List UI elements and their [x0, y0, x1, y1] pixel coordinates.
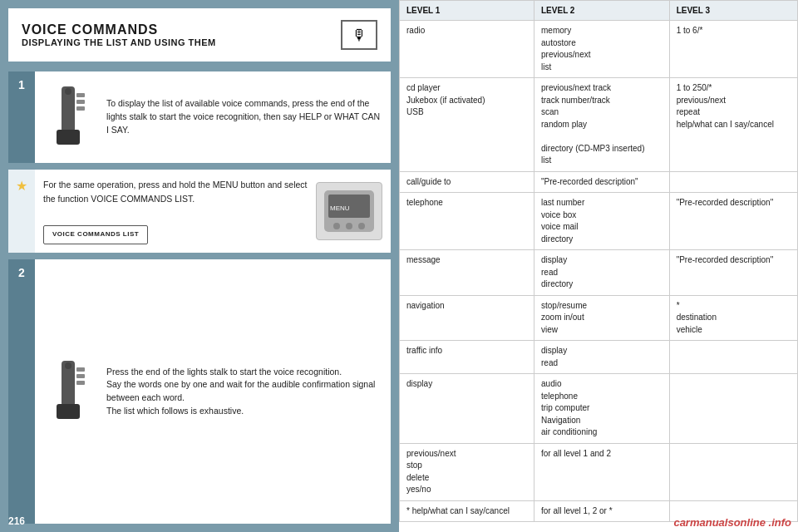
table-cell-level2: last numbervoice boxvoice maildirectory	[534, 193, 670, 250]
instruction-number-2: 2	[8, 259, 35, 524]
table-cell-level1: display	[400, 374, 534, 444]
table-cell-level1: traffic info	[400, 341, 534, 374]
table-row: radiomemoryautostoreprevious/nextlist1 t…	[400, 21, 798, 78]
stalk-icon-2	[35, 259, 101, 524]
table-cell-level1: * help/what can I say/cancel	[400, 500, 534, 522]
table-cell-level3	[669, 374, 797, 444]
table-cell-level2: for all level 1, 2 or *	[534, 500, 670, 522]
table-cell-level3: 1 to 250/*previous/nextrepeathelp/what c…	[669, 78, 797, 172]
star-icon: ★	[8, 170, 35, 253]
instruction-block-1: 1 To display the list of available voice…	[8, 71, 391, 163]
stalk-icon-1	[35, 71, 101, 163]
table-cell-level2: displayread	[534, 341, 670, 374]
svg-rect-14	[76, 367, 85, 372]
svg-point-5	[65, 88, 71, 95]
middle-instruction-block: ★ For the same operation, press and hold…	[8, 170, 391, 253]
col-header-level3: LEVEL 3	[669, 1, 797, 21]
table-cell-level3	[669, 443, 797, 500]
svg-point-9	[346, 223, 352, 229]
svg-rect-15	[76, 374, 85, 378]
table-cell-level2: stop/resumezoom in/outview	[534, 295, 670, 341]
table-cell-level3: "Pre-recorded description"	[669, 250, 797, 296]
table-row: call/guide to"Pre-recorded description"	[400, 171, 798, 193]
main-title: VOICE COMMANDS	[22, 22, 216, 37]
menu-block: For the same operation, press and hold t…	[35, 170, 391, 253]
table-row: cd playerJukebox (if activated)USBprevio…	[400, 78, 798, 172]
voice-commands-header: VOICE COMMANDS DISPLAYING THE LIST AND U…	[8, 8, 391, 62]
instruction-block-2: 2 Press the end of the lights stalk to s…	[8, 259, 391, 524]
table-row: previous/nextstopdeleteyes/nofor all lev…	[400, 443, 798, 500]
table-cell-level1: radio	[400, 21, 534, 78]
svg-rect-16	[76, 381, 85, 385]
instruction-number-1: 1	[8, 71, 35, 163]
table-row: traffic infodisplayread	[400, 341, 798, 374]
watermark: carmanualsonline .info	[673, 516, 791, 529]
svg-point-17	[65, 362, 71, 369]
table-cell-level1: call/guide to	[400, 171, 534, 193]
menu-device-image: MENU	[316, 182, 382, 240]
table-cell-level2: previous/next tracktrack number/tracksca…	[534, 78, 670, 172]
table-cell-level3	[669, 341, 797, 374]
instruction-text-1: To display the list of available voice c…	[101, 71, 391, 163]
table-cell-level1: telephone	[400, 193, 534, 250]
right-panel: LEVEL 1 LEVEL 2 LEVEL 3 radiomemoryautos…	[399, 0, 798, 532]
table-row: navigationstop/resumezoom in/outview*des…	[400, 295, 798, 341]
svg-rect-2	[76, 93, 85, 97]
title-block: VOICE COMMANDS DISPLAYING THE LIST AND U…	[22, 22, 216, 47]
svg-text:MENU: MENU	[330, 204, 350, 212]
table-cell-level1: cd playerJukebox (if activated)USB	[400, 78, 534, 172]
table-cell-level3: "Pre-recorded description"	[669, 193, 797, 250]
table-cell-level2: memoryautostoreprevious/nextlist	[534, 21, 670, 78]
col-header-level2: LEVEL 2	[534, 1, 670, 21]
svg-point-10	[358, 223, 365, 229]
instruction-text-2: Press the end of the lights stalk to sta…	[101, 259, 391, 524]
svg-rect-4	[76, 106, 85, 111]
table-header-row: LEVEL 1 LEVEL 2 LEVEL 3	[400, 1, 798, 21]
voice-commands-list-button[interactable]: VOICE COMMANDS LIST	[43, 225, 148, 244]
table-cell-level1: navigation	[400, 295, 534, 341]
table-cell-level2: displayreaddirectory	[534, 250, 670, 296]
col-header-level1: LEVEL 1	[400, 1, 534, 21]
menu-text: For the same operation, press and hold t…	[43, 178, 308, 244]
table-row: messagedisplayreaddirectory"Pre-recorded…	[400, 250, 798, 296]
table-row: telephonelast numbervoice boxvoice maild…	[400, 193, 798, 250]
svg-rect-3	[76, 100, 85, 104]
table-cell-level2: audiotelephonetrip computerNavigationair…	[534, 374, 670, 444]
table-cell-level1: message	[400, 250, 534, 296]
table-cell-level3	[669, 171, 797, 193]
subtitle: DISPLAYING THE LIST AND USING THEM	[22, 37, 216, 47]
microphone-icon: 🎙	[352, 27, 367, 44]
svg-point-8	[333, 223, 340, 229]
table-row: displayaudiotelephonetrip computerNaviga…	[400, 374, 798, 444]
page-number: 216	[8, 515, 25, 527]
table-cell-level2: for all level 1 and 2	[534, 443, 670, 500]
voice-commands-table: LEVEL 1 LEVEL 2 LEVEL 3 radiomemoryautos…	[399, 0, 798, 522]
voice-icon: 🎙	[341, 20, 377, 50]
table-cell-level3: *destinationvehicle	[669, 295, 797, 341]
svg-rect-1	[57, 130, 80, 145]
table-cell-level3: 1 to 6/*	[669, 21, 797, 78]
table-cell-level1: previous/nextstopdeleteyes/no	[400, 443, 534, 500]
table-cell-level2: "Pre-recorded description"	[534, 171, 670, 193]
svg-rect-13	[57, 404, 80, 419]
